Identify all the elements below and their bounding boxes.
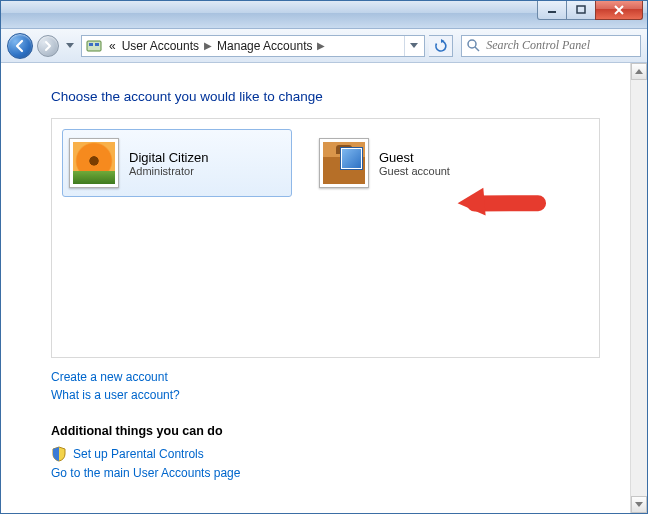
control-panel-icon [86, 38, 102, 54]
close-button[interactable] [595, 1, 643, 20]
scroll-down-button[interactable] [631, 496, 647, 513]
content-area: Choose the account you would like to cha… [1, 63, 630, 513]
post-box-links: Create a new account What is a user acco… [51, 370, 600, 402]
avatar [69, 138, 119, 188]
account-role: Administrator [129, 165, 208, 177]
link-main-user-accounts[interactable]: Go to the main User Accounts page [51, 466, 600, 480]
account-tile-guest[interactable]: Guest Guest account [312, 129, 542, 197]
account-name: Digital Citizen [129, 150, 208, 165]
svg-line-6 [475, 47, 479, 51]
history-dropdown[interactable] [63, 36, 77, 56]
forward-button[interactable] [37, 35, 59, 57]
flower-icon [73, 142, 115, 184]
link-what-is-account[interactable]: What is a user account? [51, 388, 600, 402]
svg-rect-1 [577, 6, 585, 13]
control-panel-window: « User Accounts ▶ Manage Accounts ▶ Choo… [0, 0, 648, 514]
accounts-container: Digital Citizen Administrator Guest Gues… [51, 118, 600, 358]
address-bar[interactable]: « User Accounts ▶ Manage Accounts ▶ [81, 35, 425, 57]
account-tile-digital-citizen[interactable]: Digital Citizen Administrator [62, 129, 292, 197]
search-input[interactable] [484, 37, 636, 54]
search-box[interactable] [461, 35, 641, 57]
shield-icon [51, 446, 67, 462]
link-parental-controls[interactable]: Set up Parental Controls [51, 446, 600, 462]
vertical-scrollbar[interactable] [630, 63, 647, 513]
search-icon [466, 38, 480, 54]
chevron-right-icon[interactable]: ▶ [202, 40, 214, 51]
chevron-right-icon[interactable]: ▶ [315, 40, 327, 51]
page-heading: Choose the account you would like to cha… [51, 89, 600, 104]
svg-rect-4 [95, 43, 99, 46]
subheading: Additional things you can do [51, 424, 600, 438]
link-label: Go to the main User Accounts page [51, 466, 240, 480]
titlebar [1, 1, 647, 29]
content-wrap: Choose the account you would like to cha… [1, 63, 647, 513]
link-create-account[interactable]: Create a new account [51, 370, 600, 384]
address-dropdown[interactable] [404, 36, 422, 56]
scroll-up-button[interactable] [631, 63, 647, 80]
breadcrumb-prefix[interactable]: « [106, 39, 119, 53]
breadcrumb-item[interactable]: User Accounts [119, 39, 202, 53]
briefcase-icon [323, 142, 365, 184]
account-labels: Digital Citizen Administrator [129, 150, 208, 177]
link-label: Set up Parental Controls [73, 447, 204, 461]
scroll-track[interactable] [631, 80, 647, 496]
avatar [319, 138, 369, 188]
back-button[interactable] [7, 33, 33, 59]
navigation-bar: « User Accounts ▶ Manage Accounts ▶ [1, 29, 647, 63]
refresh-button[interactable] [429, 35, 453, 57]
minimize-button[interactable] [537, 1, 567, 20]
breadcrumb-item[interactable]: Manage Accounts [214, 39, 315, 53]
account-role: Guest account [379, 165, 450, 177]
account-labels: Guest Guest account [379, 150, 450, 177]
maximize-button[interactable] [566, 1, 596, 20]
svg-point-5 [468, 40, 476, 48]
svg-rect-3 [89, 43, 93, 46]
svg-rect-0 [548, 11, 556, 13]
window-buttons [538, 1, 643, 20]
account-name: Guest [379, 150, 450, 165]
